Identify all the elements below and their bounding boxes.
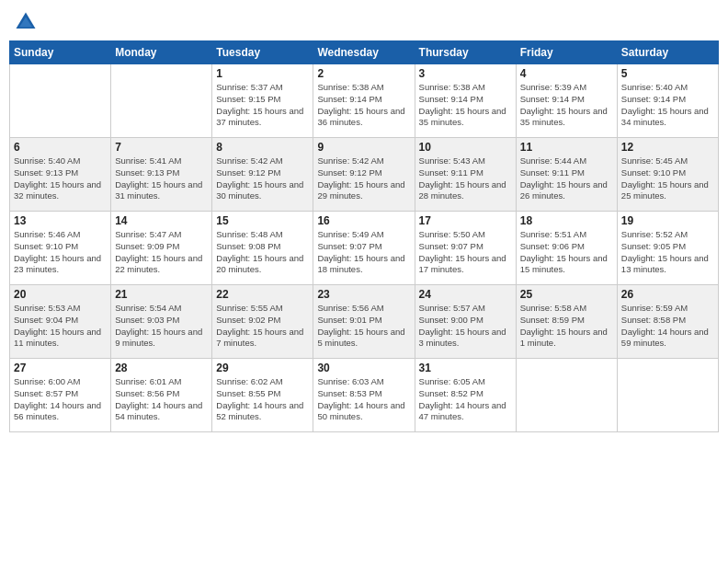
day-info: Sunrise: 5:42 AM Sunset: 9:12 PM Dayligh… xyxy=(216,155,309,202)
day-number: 11 xyxy=(520,141,613,154)
calendar-cell xyxy=(516,359,617,432)
calendar-cell: 12Sunrise: 5:45 AM Sunset: 9:10 PM Dayli… xyxy=(617,138,718,212)
day-number: 14 xyxy=(115,214,208,227)
day-info: Sunrise: 5:43 AM Sunset: 9:11 PM Dayligh… xyxy=(419,155,512,202)
calendar-cell: 5Sunrise: 5:40 AM Sunset: 9:14 PM Daylig… xyxy=(617,64,718,138)
day-number: 21 xyxy=(115,288,208,301)
calendar-cell: 20Sunrise: 5:53 AM Sunset: 9:04 PM Dayli… xyxy=(10,285,111,359)
weekday-header: Monday xyxy=(111,41,212,64)
day-number: 4 xyxy=(520,67,613,80)
calendar-cell: 10Sunrise: 5:43 AM Sunset: 9:11 PM Dayli… xyxy=(415,138,516,212)
calendar-cell: 1Sunrise: 5:37 AM Sunset: 9:15 PM Daylig… xyxy=(212,64,313,138)
day-number: 16 xyxy=(317,214,410,227)
day-info: Sunrise: 5:42 AM Sunset: 9:12 PM Dayligh… xyxy=(317,155,410,202)
day-number: 23 xyxy=(317,288,410,301)
day-number: 8 xyxy=(216,141,309,154)
weekday-header: Saturday xyxy=(617,41,718,64)
logo xyxy=(13,9,40,35)
day-info: Sunrise: 5:40 AM Sunset: 9:13 PM Dayligh… xyxy=(14,155,107,202)
day-number: 15 xyxy=(216,214,309,227)
day-number: 25 xyxy=(520,288,613,301)
calendar-cell: 15Sunrise: 5:48 AM Sunset: 9:08 PM Dayli… xyxy=(212,212,313,285)
day-info: Sunrise: 5:51 AM Sunset: 9:06 PM Dayligh… xyxy=(520,229,613,276)
day-info: Sunrise: 6:03 AM Sunset: 8:53 PM Dayligh… xyxy=(317,376,410,423)
calendar-cell: 28Sunrise: 6:01 AM Sunset: 8:56 PM Dayli… xyxy=(111,359,212,432)
day-number: 10 xyxy=(419,141,512,154)
day-info: Sunrise: 5:52 AM Sunset: 9:05 PM Dayligh… xyxy=(621,229,714,276)
calendar-cell: 25Sunrise: 5:58 AM Sunset: 8:59 PM Dayli… xyxy=(516,285,617,359)
day-number: 5 xyxy=(621,67,714,80)
calendar-week-row: 20Sunrise: 5:53 AM Sunset: 9:04 PM Dayli… xyxy=(10,285,719,359)
day-number: 18 xyxy=(520,214,613,227)
calendar-cell: 9Sunrise: 5:42 AM Sunset: 9:12 PM Daylig… xyxy=(313,138,415,212)
day-number: 28 xyxy=(115,362,208,374)
weekday-header: Wednesday xyxy=(313,41,415,64)
day-number: 27 xyxy=(14,362,107,374)
day-info: Sunrise: 5:50 AM Sunset: 9:07 PM Dayligh… xyxy=(419,229,512,276)
calendar-cell: 8Sunrise: 5:42 AM Sunset: 9:12 PM Daylig… xyxy=(212,138,313,212)
calendar-cell: 31Sunrise: 6:05 AM Sunset: 8:52 PM Dayli… xyxy=(415,359,516,432)
day-number: 13 xyxy=(14,214,107,227)
calendar-cell: 27Sunrise: 6:00 AM Sunset: 8:57 PM Dayli… xyxy=(10,359,111,432)
day-info: Sunrise: 5:55 AM Sunset: 9:02 PM Dayligh… xyxy=(216,303,309,350)
day-number: 31 xyxy=(419,362,512,374)
day-info: Sunrise: 5:59 AM Sunset: 8:58 PM Dayligh… xyxy=(621,303,714,350)
calendar-cell: 29Sunrise: 6:02 AM Sunset: 8:55 PM Dayli… xyxy=(212,359,313,432)
day-number: 24 xyxy=(419,288,512,301)
calendar-cell: 2Sunrise: 5:38 AM Sunset: 9:14 PM Daylig… xyxy=(313,64,415,138)
calendar-cell: 6Sunrise: 5:40 AM Sunset: 9:13 PM Daylig… xyxy=(10,138,111,212)
calendar-cell xyxy=(111,64,212,138)
day-info: Sunrise: 6:01 AM Sunset: 8:56 PM Dayligh… xyxy=(115,376,208,423)
calendar-cell: 7Sunrise: 5:41 AM Sunset: 9:13 PM Daylig… xyxy=(111,138,212,212)
day-number: 2 xyxy=(317,67,410,80)
day-info: Sunrise: 6:02 AM Sunset: 8:55 PM Dayligh… xyxy=(216,376,309,423)
day-info: Sunrise: 5:57 AM Sunset: 9:00 PM Dayligh… xyxy=(419,303,512,350)
day-info: Sunrise: 5:41 AM Sunset: 9:13 PM Dayligh… xyxy=(115,155,208,202)
day-info: Sunrise: 5:44 AM Sunset: 9:11 PM Dayligh… xyxy=(520,155,613,202)
day-number: 30 xyxy=(317,362,410,374)
calendar-cell xyxy=(10,64,111,138)
day-info: Sunrise: 5:37 AM Sunset: 9:15 PM Dayligh… xyxy=(216,82,309,129)
calendar-cell: 4Sunrise: 5:39 AM Sunset: 9:14 PM Daylig… xyxy=(516,64,617,138)
calendar-cell: 13Sunrise: 5:46 AM Sunset: 9:10 PM Dayli… xyxy=(10,212,111,285)
calendar-cell: 19Sunrise: 5:52 AM Sunset: 9:05 PM Dayli… xyxy=(617,212,718,285)
day-number: 6 xyxy=(14,141,107,154)
day-info: Sunrise: 5:38 AM Sunset: 9:14 PM Dayligh… xyxy=(317,82,410,129)
day-info: Sunrise: 6:05 AM Sunset: 8:52 PM Dayligh… xyxy=(419,376,512,423)
logo-icon xyxy=(13,9,39,35)
calendar-week-row: 1Sunrise: 5:37 AM Sunset: 9:15 PM Daylig… xyxy=(10,64,719,138)
weekday-header-row: SundayMondayTuesdayWednesdayThursdayFrid… xyxy=(10,41,719,64)
day-number: 26 xyxy=(621,288,714,301)
day-info: Sunrise: 6:00 AM Sunset: 8:57 PM Dayligh… xyxy=(14,376,107,423)
calendar-cell xyxy=(617,359,718,432)
calendar-cell: 14Sunrise: 5:47 AM Sunset: 9:09 PM Dayli… xyxy=(111,212,212,285)
day-info: Sunrise: 5:38 AM Sunset: 9:14 PM Dayligh… xyxy=(419,82,512,129)
day-number: 20 xyxy=(14,288,107,301)
calendar-cell: 17Sunrise: 5:50 AM Sunset: 9:07 PM Dayli… xyxy=(415,212,516,285)
calendar-week-row: 13Sunrise: 5:46 AM Sunset: 9:10 PM Dayli… xyxy=(10,212,719,285)
day-info: Sunrise: 5:46 AM Sunset: 9:10 PM Dayligh… xyxy=(14,229,107,276)
day-info: Sunrise: 5:58 AM Sunset: 8:59 PM Dayligh… xyxy=(520,303,613,350)
weekday-header: Sunday xyxy=(10,41,111,64)
day-info: Sunrise: 5:54 AM Sunset: 9:03 PM Dayligh… xyxy=(115,303,208,350)
calendar-cell: 16Sunrise: 5:49 AM Sunset: 9:07 PM Dayli… xyxy=(313,212,415,285)
calendar-cell: 22Sunrise: 5:55 AM Sunset: 9:02 PM Dayli… xyxy=(212,285,313,359)
calendar-table: SundayMondayTuesdayWednesdayThursdayFrid… xyxy=(9,40,719,432)
day-number: 7 xyxy=(115,141,208,154)
page-header xyxy=(9,9,719,35)
day-number: 22 xyxy=(216,288,309,301)
calendar-week-row: 27Sunrise: 6:00 AM Sunset: 8:57 PM Dayli… xyxy=(10,359,719,432)
day-info: Sunrise: 5:40 AM Sunset: 9:14 PM Dayligh… xyxy=(621,82,714,129)
calendar-cell: 24Sunrise: 5:57 AM Sunset: 9:00 PM Dayli… xyxy=(415,285,516,359)
calendar-cell: 18Sunrise: 5:51 AM Sunset: 9:06 PM Dayli… xyxy=(516,212,617,285)
weekday-header: Friday xyxy=(516,41,617,64)
day-info: Sunrise: 5:53 AM Sunset: 9:04 PM Dayligh… xyxy=(14,303,107,350)
calendar-cell: 30Sunrise: 6:03 AM Sunset: 8:53 PM Dayli… xyxy=(313,359,415,432)
day-info: Sunrise: 5:56 AM Sunset: 9:01 PM Dayligh… xyxy=(317,303,410,350)
day-number: 1 xyxy=(216,67,309,80)
day-number: 29 xyxy=(216,362,309,374)
calendar-week-row: 6Sunrise: 5:40 AM Sunset: 9:13 PM Daylig… xyxy=(10,138,719,212)
day-info: Sunrise: 5:47 AM Sunset: 9:09 PM Dayligh… xyxy=(115,229,208,276)
day-number: 17 xyxy=(419,214,512,227)
weekday-header: Thursday xyxy=(415,41,516,64)
